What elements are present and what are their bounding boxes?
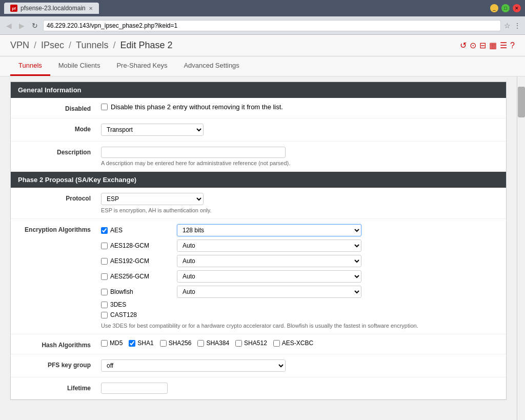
- tab-tunnels[interactable]: Tunnels: [10, 56, 50, 76]
- algo-cast128-label: CAST128: [101, 311, 173, 318]
- algo-blowfish-row: Blowfish Auto: [101, 286, 498, 298]
- forward-button[interactable]: ▶: [17, 21, 27, 31]
- hash-sha512-checkbox[interactable]: [235, 340, 242, 347]
- list-icon[interactable]: ☰: [500, 41, 507, 50]
- algo-3des-row: 3DES: [101, 301, 498, 308]
- algo-aes256gcm-row: AES256-GCM Auto: [101, 270, 498, 283]
- minimize-button[interactable]: _: [490, 4, 498, 12]
- tab-navigation: Tunnels Mobile Clients Pre-Shared Keys A…: [0, 56, 525, 76]
- breadcrumb-vpn[interactable]: VPN: [10, 40, 29, 50]
- tab-bar: pf pfsense-23.localdomain ✕: [4, 3, 99, 14]
- pfs-row: PFS key group off 1 2 5 14: [11, 354, 506, 377]
- encryption-label: Encryption Algorithms: [19, 224, 101, 233]
- inner-layout: General Information Disabled Disable thi…: [0, 76, 525, 420]
- algo-blowfish-bits-select[interactable]: Auto: [177, 286, 361, 298]
- algo-aes192gcm-checkbox[interactable]: [101, 258, 108, 265]
- breadcrumb-ipsec[interactable]: IPsec: [41, 40, 64, 50]
- description-row: Description A description may be entered…: [11, 142, 506, 172]
- algo-aes192gcm-row: AES192-GCM Auto: [101, 255, 498, 267]
- algo-aes-bits-select[interactable]: Auto 64 bits 128 bits 192 bits 256 bits: [177, 224, 361, 236]
- close-button[interactable]: ✕: [513, 4, 521, 12]
- main-form: General Information Disabled Disable thi…: [10, 82, 507, 400]
- pfs-label: PFS key group: [19, 359, 101, 369]
- title-bar: pf pfsense-23.localdomain ✕ _ □ ✕: [0, 0, 525, 16]
- disabled-checkbox[interactable]: [101, 104, 108, 110]
- general-info-header: General Information: [11, 82, 506, 98]
- algo-blowfish-checkbox[interactable]: [101, 289, 108, 295]
- tab-advanced-settings[interactable]: Advanced Settings: [175, 56, 247, 76]
- menu-icon[interactable]: ⋮: [514, 22, 521, 30]
- protocol-hint: ESP is encryption, AH is authentication …: [101, 207, 498, 213]
- hash-md5-checkbox[interactable]: [101, 340, 108, 347]
- scrollbar-thumb[interactable]: [518, 87, 525, 117]
- disabled-checkbox-row: Disable this phase 2 entry without remov…: [101, 103, 498, 111]
- algo-aes256gcm-label: AES256-GCM: [101, 273, 173, 280]
- phase2-header: Phase 2 Proposal (SA/Key Exchange): [11, 172, 506, 188]
- lifetime-row: Lifetime 3600: [11, 377, 506, 399]
- description-input[interactable]: [101, 147, 286, 158]
- algo-aes-label: AES: [101, 227, 173, 234]
- hash-sha512-item: SHA512: [235, 339, 267, 347]
- maximize-button[interactable]: □: [501, 4, 510, 12]
- algo-aes128gcm-row: AES128-GCM Auto: [101, 239, 498, 252]
- tab-title: pfsense-23.localdomain: [21, 5, 86, 12]
- description-label: Description: [19, 147, 101, 156]
- lifetime-input[interactable]: 3600: [101, 383, 168, 394]
- navigation-bar: ◀ ▶ ↻ ☆ ⋮: [0, 16, 525, 35]
- help-icon[interactable]: ?: [510, 41, 515, 50]
- hash-sha1-item: SHA1: [129, 339, 153, 347]
- disabled-hint: Disable this phase 2 entry without remov…: [111, 103, 283, 111]
- encryption-row: Encryption Algorithms AES: [11, 219, 506, 334]
- algo-aes-checkbox[interactable]: [101, 227, 108, 234]
- content-area: General Information Disabled Disable thi…: [0, 76, 517, 420]
- hash-md5-item: MD5: [101, 339, 123, 347]
- chart-icon[interactable]: ▦: [489, 41, 497, 50]
- algo-aes256gcm-checkbox[interactable]: [101, 273, 108, 280]
- back-button[interactable]: ◀: [4, 21, 14, 31]
- pfs-select[interactable]: off 1 2 5 14: [101, 359, 286, 372]
- mode-select[interactable]: Transport Tunnel IPv4 Tunnel IPv6: [101, 124, 204, 136]
- window-controls: _ □ ✕: [490, 4, 521, 12]
- pfs-control: off 1 2 5 14: [101, 359, 498, 372]
- hash-row: Hash Algorithms MD5 SHA1: [11, 334, 506, 354]
- breadcrumb-tunnels[interactable]: Tunnels: [76, 40, 108, 50]
- page-header: VPN / IPsec / Tunnels / Edit Phase 2 ↺ ⊙…: [0, 35, 525, 56]
- refresh-icon[interactable]: ↺: [460, 41, 467, 50]
- tab-favicon: pf: [10, 5, 17, 12]
- algo-3des-checkbox[interactable]: [101, 302, 108, 308]
- algo-cast128-checkbox[interactable]: [101, 312, 108, 318]
- browser-tab[interactable]: pf pfsense-23.localdomain ✕: [4, 3, 99, 14]
- hash-label: Hash Algorithms: [19, 339, 101, 349]
- lifetime-label: Lifetime: [19, 383, 101, 392]
- disabled-control: Disable this phase 2 entry without remov…: [101, 103, 498, 113]
- reload-button[interactable]: ↻: [30, 21, 40, 31]
- hash-aes-xcbc-item: AES-XCBC: [273, 339, 313, 347]
- hash-sha384-checkbox[interactable]: [197, 340, 204, 347]
- algo-grid: AES Auto 64 bits 128 bits 192 bits 256 b…: [101, 224, 498, 318]
- mode-label: Mode: [19, 124, 101, 133]
- protocol-control: ESP AH ESP is encryption, AH is authenti…: [101, 193, 498, 213]
- lifetime-control: 3600: [101, 383, 498, 394]
- hash-sha384-item: SHA384: [197, 339, 229, 347]
- disabled-label: Disabled: [19, 103, 101, 112]
- disabled-row: Disabled Disable this phase 2 entry with…: [11, 98, 506, 118]
- algo-aes128gcm-checkbox[interactable]: [101, 243, 108, 249]
- hash-control: MD5 SHA1 SHA256: [101, 339, 498, 347]
- circle-icon[interactable]: ⊙: [470, 41, 476, 50]
- hash-aes-xcbc-checkbox[interactable]: [273, 340, 280, 347]
- url-bar[interactable]: [43, 20, 501, 31]
- algo-aes192gcm-bits-select[interactable]: Auto: [177, 255, 361, 267]
- tab-pre-shared-keys[interactable]: Pre-Shared Keys: [108, 56, 175, 76]
- protocol-select[interactable]: ESP AH: [101, 193, 204, 205]
- algo-aes256gcm-bits-select[interactable]: Auto: [177, 270, 361, 283]
- hash-sha256-checkbox[interactable]: [160, 340, 167, 347]
- scrollbar-track[interactable]: [517, 76, 525, 420]
- tab-close-icon[interactable]: ✕: [89, 6, 93, 11]
- hash-sha1-checkbox[interactable]: [129, 340, 135, 347]
- tab-mobile-clients[interactable]: Mobile Clients: [50, 56, 109, 76]
- browser-window: pf pfsense-23.localdomain ✕ _ □ ✕ ◀ ▶ ↻ …: [0, 0, 525, 420]
- hash-sha256-item: SHA256: [160, 339, 192, 347]
- sliders-icon[interactable]: ⊟: [479, 41, 486, 50]
- algo-aes128gcm-bits-select[interactable]: Auto: [177, 239, 361, 252]
- bookmark-icon[interactable]: ☆: [504, 22, 511, 30]
